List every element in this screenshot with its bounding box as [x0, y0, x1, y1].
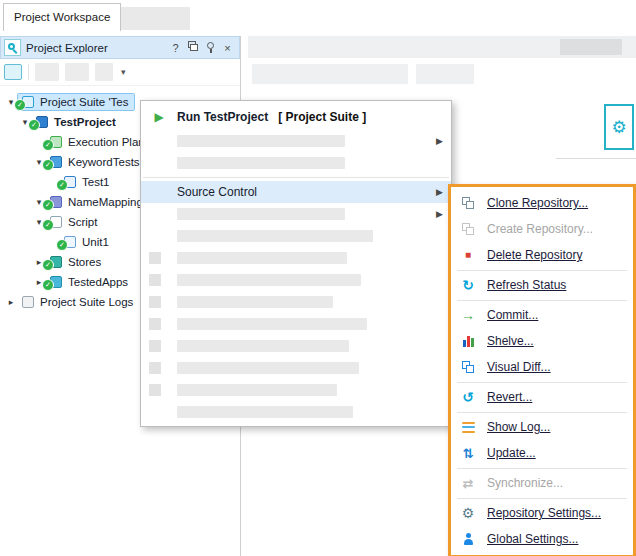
pin-icon[interactable]	[205, 41, 216, 55]
menu-label-redacted	[177, 274, 361, 286]
source-control-submenu: Clone Repository...Create Repository...■…	[448, 184, 636, 556]
top-toolbar-item-redacted	[560, 39, 622, 55]
submenu-separator	[457, 382, 627, 383]
submenu-item-label: Update...	[487, 446, 536, 460]
tree-item-label: Stores	[68, 256, 101, 268]
editor-toolbar-redacted[interactable]	[416, 64, 474, 84]
submenu-icon-wrap	[459, 195, 477, 211]
explorer-view-icon[interactable]	[4, 64, 22, 80]
tree-item-label: Project Suite 'Tes	[40, 96, 129, 108]
tree-item-icon-wrap: ✓	[34, 115, 50, 129]
show-log-icon	[462, 422, 475, 433]
toolbar-button-redacted[interactable]	[65, 63, 89, 81]
submenu-icon-wrap: ■	[459, 247, 477, 263]
submenu-item-shelve[interactable]: Shelve...	[451, 328, 633, 354]
chevron-right-icon[interactable]: ▸	[4, 292, 18, 312]
menu-icon-redacted	[149, 318, 161, 330]
side-gear-button[interactable]: ⚙	[604, 104, 634, 150]
submenu-item-refresh-status[interactable]: ↻Refresh Status	[451, 272, 633, 298]
menu-item-redacted[interactable]	[141, 152, 451, 174]
submenu-item-revert[interactable]: ↺Revert...	[451, 384, 633, 410]
close-icon[interactable]: ×	[221, 41, 234, 55]
menu-run-suffix: [ Project Suite ]	[278, 110, 366, 124]
run-icon-wrap: ▶	[149, 111, 169, 123]
submenu-arrow-icon: ▶	[436, 181, 443, 203]
submenu-item-show-log[interactable]: Show Log...	[451, 414, 633, 440]
help-icon[interactable]: ?	[169, 41, 182, 55]
editor-toolbar-redacted[interactable]	[252, 64, 408, 84]
tree-item-label: KeywordTests	[68, 156, 140, 168]
source-control-check-icon: ✓	[42, 159, 54, 171]
tree-item-body: ✓NameMapping	[46, 194, 148, 210]
menu-item-redacted[interactable]	[141, 401, 451, 423]
submenu-item-label: Synchronize...	[487, 476, 563, 490]
menu-label-redacted	[177, 208, 345, 220]
tab-redacted[interactable]	[110, 7, 190, 30]
tree-item-icon-wrap: ✓	[48, 195, 64, 209]
menu-label-redacted	[177, 318, 367, 330]
menu-item-redacted[interactable]	[141, 313, 451, 335]
float-window-icon[interactable]	[187, 41, 200, 54]
tree-item-body: ✓Unit1	[60, 234, 114, 250]
menu-item-redacted[interactable]	[141, 269, 451, 291]
tree-item-label: Script	[68, 216, 97, 228]
global-settings-icon	[462, 533, 474, 546]
menu-item-source-control[interactable]: Source Control▶	[141, 181, 451, 203]
tab-project-workspace[interactable]: Project Workspace	[3, 3, 121, 31]
submenu-item-visual-diff[interactable]: Visual Diff...	[451, 354, 633, 380]
submenu-item-global-settings[interactable]: Global Settings...	[451, 526, 633, 552]
source-control-check-icon: ✓	[28, 119, 40, 131]
menu-item-redacted[interactable]: ▶	[141, 130, 451, 152]
synchronize-icon: ⇄	[463, 477, 474, 490]
toolbar-button-redacted[interactable]	[95, 63, 113, 81]
revert-icon: ↺	[462, 390, 474, 404]
submenu-icon-wrap	[459, 419, 477, 435]
menu-item-redacted[interactable]	[141, 379, 451, 401]
submenu-item-label: Create Repository...	[487, 222, 593, 236]
tree-item-label: TestProject	[54, 116, 116, 128]
menu-item-redacted[interactable]	[141, 357, 451, 379]
visual-diff-icon	[462, 361, 475, 374]
submenu-arrow-icon: ▶	[436, 130, 443, 152]
menu-item-redacted[interactable]	[141, 247, 451, 269]
submenu-item-repository-settings[interactable]: ⚙Repository Settings...	[451, 500, 633, 526]
run-icon: ▶	[154, 111, 163, 123]
delete-repository-icon: ■	[465, 250, 471, 260]
tree-item-body: ✓TestProject	[32, 114, 121, 130]
commit-icon: →	[461, 308, 475, 322]
tree-item-body: ✓Stores	[46, 254, 106, 270]
submenu-icon-wrap: ⇄	[459, 475, 477, 491]
menu-item-redacted[interactable]	[141, 225, 451, 247]
menu-label-redacted	[177, 230, 373, 242]
submenu-item-clone-repository[interactable]: Clone Repository...	[451, 190, 633, 216]
menu-item-run-testproject[interactable]: ▶Run TestProject[ Project Suite ]	[141, 104, 451, 130]
tree-item-label: TestedApps	[68, 276, 128, 288]
source-control-check-icon: ✓	[42, 139, 54, 151]
submenu-separator	[457, 498, 627, 499]
submenu-item-commit[interactable]: →Commit...	[451, 302, 633, 328]
source-control-check-icon: ✓	[42, 199, 54, 211]
create-repository-icon	[462, 223, 475, 236]
menu-run-label: Run TestProject	[177, 110, 268, 124]
submenu-item-delete-repository[interactable]: ■Delete Repository	[451, 242, 633, 268]
tree-item-label: Execution Plan	[68, 136, 145, 148]
source-control-check-icon: ✓	[42, 259, 54, 271]
tree-item-icon-wrap: ✓	[48, 275, 64, 289]
submenu-icon-wrap	[459, 333, 477, 349]
submenu-icon-wrap: ⚙	[459, 505, 477, 521]
submenu-icon-wrap	[459, 359, 477, 375]
submenu-item-update[interactable]: ⇅Update...	[451, 440, 633, 466]
explorer-toolbar: ▾	[0, 59, 240, 86]
tree-item-icon-wrap: ✓	[48, 135, 64, 149]
tree-item-body: ✓Execution Plan	[46, 134, 150, 150]
gear-icon: ⚙	[611, 119, 626, 136]
toolbar-dropdown-caret[interactable]: ▾	[119, 67, 128, 77]
menu-item-redacted[interactable]: ▶	[141, 203, 451, 225]
toolbar-button-redacted[interactable]	[35, 63, 59, 81]
menu-separator	[143, 177, 449, 178]
tree-item-body: Project Suite Logs	[18, 294, 138, 310]
update-icon: ⇅	[463, 447, 474, 460]
menu-item-redacted[interactable]	[141, 335, 451, 357]
menu-label-redacted	[177, 384, 337, 396]
menu-item-redacted[interactable]	[141, 291, 451, 313]
